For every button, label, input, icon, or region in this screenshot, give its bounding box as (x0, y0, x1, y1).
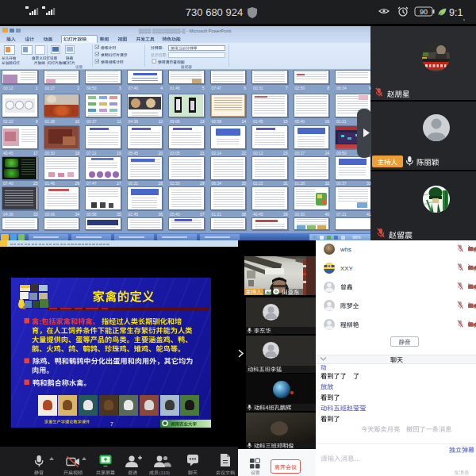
svg-text:07:47: 07:47 (212, 86, 222, 90)
svg-text:98%: 98% (352, 235, 361, 240)
svg-text:01:21: 01:21 (212, 212, 222, 217)
svg-text:32: 32 (324, 181, 329, 186)
svg-text:9:1: 9:1 (449, 7, 463, 18)
svg-text:33: 33 (33, 212, 38, 217)
svg-text:25: 25 (33, 181, 38, 186)
svg-text:15: 15 (283, 119, 288, 124)
svg-text:09:06: 09:06 (170, 119, 180, 124)
svg-text:12: 12 (158, 119, 163, 124)
svg-text:3: 3 (119, 86, 121, 90)
svg-text:41: 41 (367, 212, 371, 217)
svg-text:5: 5 (202, 86, 205, 90)
svg-text:04:36: 04:36 (3, 212, 13, 217)
svg-text:7: 7 (286, 86, 288, 90)
svg-text:02:14: 02:14 (212, 151, 222, 155)
svg-text:00:31: 00:31 (129, 181, 139, 186)
svg-text:11: 11 (117, 119, 121, 124)
svg-text:40: 40 (324, 212, 329, 217)
svg-text:00:12: 00:12 (253, 151, 263, 155)
svg-text:05:40: 05:40 (170, 212, 180, 217)
svg-text:07:40: 07:40 (129, 86, 139, 90)
svg-text:05:40: 05:40 (295, 119, 305, 124)
svg-text:00:58: 00:58 (212, 119, 222, 124)
svg-text:06:34: 06:34 (336, 86, 347, 90)
svg-text:30: 30 (241, 181, 246, 186)
svg-text:34: 34 (75, 212, 79, 217)
svg-text:20: 20 (158, 151, 163, 155)
svg-text:27: 27 (117, 181, 121, 186)
svg-text:40:45: 40:45 (253, 212, 263, 217)
svg-text:9: 9 (369, 86, 371, 90)
svg-text:31: 31 (283, 181, 288, 186)
svg-text:01:46: 01:46 (170, 86, 180, 90)
svg-text:00:31: 00:31 (253, 86, 263, 90)
svg-text:21: 21 (200, 151, 205, 155)
svg-text:whs: whs (340, 246, 351, 253)
svg-text:40:45: 40:45 (3, 151, 13, 155)
svg-text:16: 16 (324, 119, 329, 124)
svg-text:17: 17 (33, 151, 38, 155)
svg-text:13: 13 (200, 119, 205, 124)
svg-text:14: 14 (241, 119, 246, 124)
svg-text:XXY: XXY (340, 265, 353, 272)
svg-text:29: 29 (200, 181, 205, 186)
svg-text:22: 22 (241, 151, 246, 155)
svg-text:39: 39 (283, 212, 288, 217)
svg-text:35: 35 (117, 212, 121, 217)
svg-text:4: 4 (160, 86, 163, 90)
svg-text:00:30: 00:30 (45, 151, 56, 155)
svg-text:7: 7 (110, 421, 113, 427)
svg-text:02:22: 02:22 (3, 119, 13, 124)
svg-text:01:45: 01:45 (253, 119, 263, 124)
svg-text:18: 18 (75, 151, 79, 155)
svg-text:26: 26 (75, 181, 79, 186)
svg-text:02:50: 02:50 (170, 181, 180, 186)
svg-text:8: 8 (327, 86, 329, 90)
svg-text:02:22: 02:22 (253, 181, 263, 186)
svg-text:07:21: 07:21 (86, 151, 97, 155)
svg-text:01:28: 01:28 (295, 181, 305, 186)
svg-text:33: 33 (367, 181, 371, 186)
svg-text:09:06: 09:06 (45, 212, 56, 217)
svg-text:23: 23 (283, 151, 288, 155)
svg-text:37: 37 (200, 212, 205, 217)
svg-text:02:50: 02:50 (295, 86, 305, 90)
svg-text:24: 24 (324, 151, 329, 155)
svg-text:28: 28 (158, 181, 163, 186)
svg-text:01:45: 01:45 (129, 212, 139, 217)
svg-text:2: 2 (77, 86, 79, 90)
svg-text:▒▒▒▒ ▒▒▒▒▒▒▒▒▒-▒ - Microsoft P: ▒▒▒▒ ▒▒▒▒▒▒▒▒▒-▒ - Microsoft PowerPoint (139, 29, 232, 34)
svg-text:1: 1 (36, 86, 38, 90)
svg-text:00:37: 00:37 (86, 119, 97, 124)
svg-text:6: 6 (244, 86, 246, 90)
svg-text:730 680 924: 730 680 924 (186, 6, 243, 18)
svg-text:01:46: 01:46 (45, 181, 56, 186)
svg-text:00:37: 00:37 (336, 181, 347, 186)
svg-text:19: 19 (117, 151, 121, 155)
svg-text:07:47: 07:47 (86, 181, 97, 186)
svg-text:36: 36 (158, 212, 163, 217)
svg-text:00:27: 00:27 (45, 86, 56, 90)
svg-text:06:34: 06:34 (212, 181, 222, 186)
svg-text:38: 38 (241, 212, 246, 217)
svg-text:09:50: 09:50 (86, 86, 97, 90)
svg-text:10: 10 (75, 119, 79, 124)
svg-text:03:05: 03:05 (170, 151, 180, 155)
svg-text:05:45: 05:45 (129, 151, 139, 155)
svg-text:07:40: 07:40 (3, 181, 13, 186)
svg-text:90: 90 (420, 8, 428, 16)
svg-text:09:50: 09:50 (336, 151, 347, 155)
svg-text:07:21: 07:21 (336, 212, 347, 217)
svg-text:00:27: 00:27 (295, 151, 305, 155)
svg-text:00:58: 00:58 (86, 212, 97, 217)
svg-text:9: 9 (36, 119, 38, 124)
svg-text:04:36: 04:36 (129, 119, 139, 124)
svg-text:00:12: 00:12 (3, 86, 13, 90)
svg-text:00:30: 00:30 (295, 212, 305, 217)
svg-text:(110): (110) (159, 470, 171, 475)
svg-text:01:21: 01:21 (336, 119, 347, 124)
svg-text:01:28: 01:28 (45, 119, 56, 124)
